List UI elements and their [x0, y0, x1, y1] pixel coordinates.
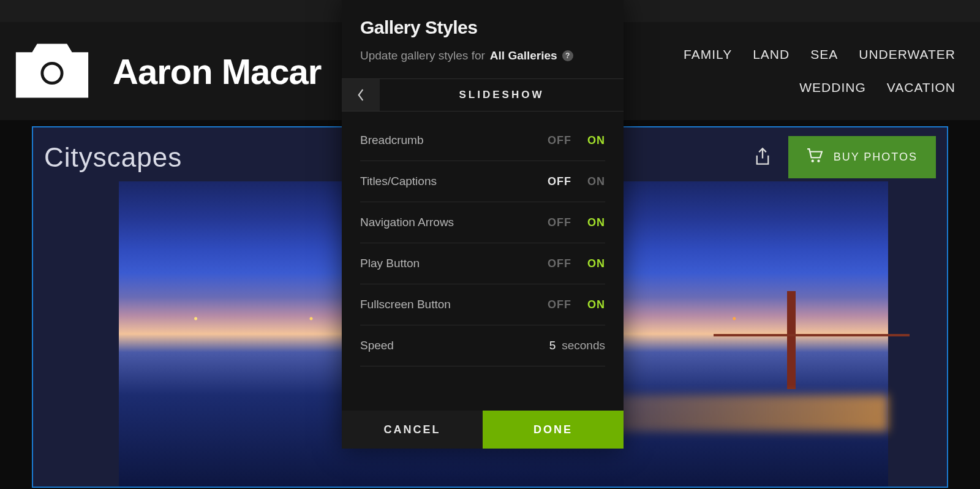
cancel-button[interactable]: CANCEL [342, 411, 483, 449]
speed-value[interactable]: 5 [549, 339, 556, 352]
navarrows-off[interactable]: OFF [548, 216, 571, 229]
nav-family[interactable]: FAMILY [684, 47, 732, 62]
brand-name: Aaron Macar [113, 51, 321, 92]
main-nav: FAMILY LAND SEA UNDERWATER WEDDING VACAT… [612, 47, 956, 95]
gallery-styles-modal: Gallery Styles Update gallery styles for… [342, 0, 624, 449]
row-label: Play Button [360, 257, 420, 270]
row-play-button: Play Button OFF ON [360, 243, 605, 284]
nav-land[interactable]: LAND [753, 47, 790, 62]
fullscreen-on[interactable]: ON [587, 298, 605, 311]
buy-photos-button[interactable]: BUY PHOTOS [788, 136, 936, 178]
done-button[interactable]: DONE [483, 411, 624, 449]
nav-wedding[interactable]: WEDDING [799, 80, 866, 95]
section-title: SLIDESHOW [380, 79, 624, 111]
playbutton-on[interactable]: ON [587, 257, 605, 270]
brand: Aaron Macar [6, 36, 321, 106]
gallery-title: Cityscapes [44, 142, 182, 173]
help-icon[interactable]: ? [562, 50, 573, 61]
back-button[interactable] [342, 79, 380, 111]
buy-photos-label: BUY PHOTOS [834, 151, 918, 164]
camera-logo-icon [6, 36, 98, 106]
row-label: Speed [360, 339, 394, 352]
share-icon[interactable] [754, 147, 771, 168]
modal-subtitle: Update gallery styles for All Galleries … [360, 49, 605, 63]
row-label: Navigation Arrows [360, 216, 454, 229]
row-speed: Speed 5 seconds [360, 325, 605, 366]
speed-unit: seconds [562, 339, 605, 352]
nav-underwater[interactable]: UNDERWATER [859, 47, 956, 62]
fullscreen-off[interactable]: OFF [548, 298, 571, 311]
modal-subtitle-prefix: Update gallery styles for [360, 49, 485, 63]
svg-point-2 [817, 160, 820, 162]
row-label: Fullscreen Button [360, 298, 451, 311]
row-fullscreen-button: Fullscreen Button OFF ON [360, 284, 605, 325]
nav-sea[interactable]: SEA [810, 47, 838, 62]
nav-vacation[interactable]: VACATION [887, 80, 956, 95]
cart-icon [807, 148, 823, 166]
row-navigation-arrows: Navigation Arrows OFF ON [360, 202, 605, 243]
svg-point-1 [811, 160, 813, 162]
navarrows-on[interactable]: ON [587, 216, 605, 229]
modal-subtitle-scope: All Galleries [490, 49, 557, 63]
modal-title: Gallery Styles [360, 17, 605, 38]
playbutton-off[interactable]: OFF [548, 257, 571, 270]
